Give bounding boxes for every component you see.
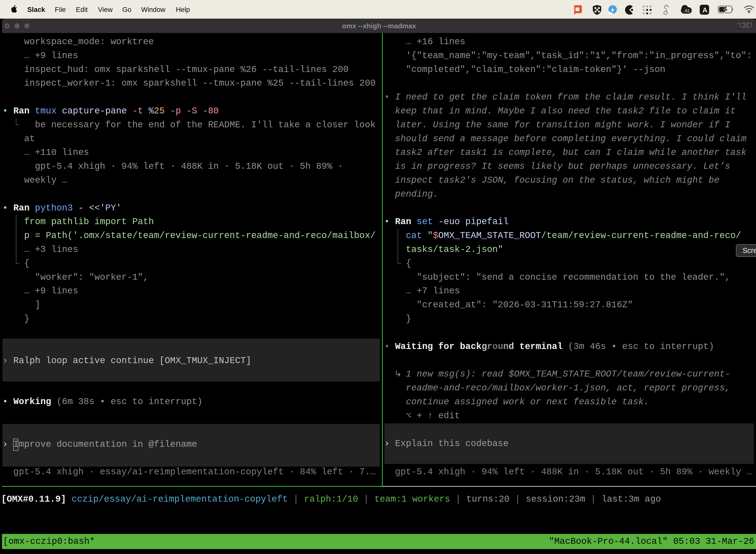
svg-text:..61: ..61: [683, 8, 690, 13]
svg-text:A: A: [702, 6, 707, 14]
